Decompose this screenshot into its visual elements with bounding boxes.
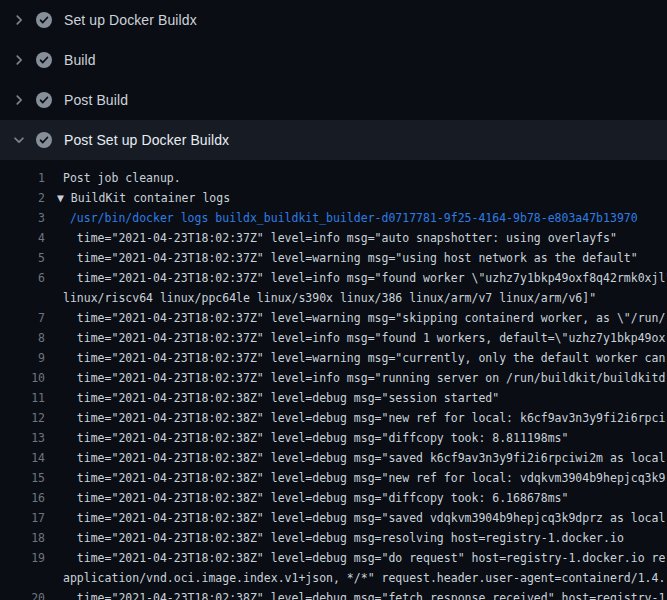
log-line-number[interactable]: 14 [0, 448, 45, 468]
log-line-number[interactable]: 16 [0, 488, 45, 508]
log-line-text: time="2021-04-23T18:02:38Z" level=debug … [63, 588, 665, 600]
log-line: 12 time="2021-04-23T18:02:38Z" level=deb… [0, 408, 667, 428]
log-line-number[interactable]: 8 [0, 328, 45, 348]
check-circle-icon [36, 92, 52, 108]
step-label: Set up Docker Buildx [64, 12, 197, 28]
step-row-build[interactable]: Build [0, 40, 667, 80]
step-label: Build [64, 52, 96, 68]
log-line-number[interactable]: 11 [0, 388, 45, 408]
log-line-number[interactable]: 10 [0, 368, 45, 388]
log-line-text: application/vnd.oci.image.index.v1+json,… [63, 568, 665, 588]
log-line: 16 time="2021-04-23T18:02:38Z" level=deb… [0, 488, 667, 508]
log-line: 19 time="2021-04-23T18:02:38Z" level=deb… [0, 548, 667, 568]
chevron-right-icon [12, 53, 26, 67]
log-line-number[interactable]: 2 [0, 188, 45, 208]
log-line: 20 time="2021-04-23T18:02:38Z" level=deb… [0, 588, 667, 600]
log-line: 15 time="2021-04-23T18:02:38Z" level=deb… [0, 468, 667, 488]
log-line-text: time="2021-04-23T18:02:37Z" level=info m… [63, 328, 665, 348]
log-line-number[interactable]: 9 [0, 348, 45, 368]
log-line: 13 time="2021-04-23T18:02:38Z" level=deb… [0, 428, 667, 448]
log-line-text: time="2021-04-23T18:02:38Z" level=debug … [63, 488, 568, 508]
log-line: 10 time="2021-04-23T18:02:37Z" level=inf… [0, 368, 667, 388]
chevron-right-icon [12, 93, 26, 107]
log-line: 18 time="2021-04-23T18:02:38Z" level=deb… [0, 528, 667, 548]
log-line: 9 time="2021-04-23T18:02:37Z" level=warn… [0, 348, 667, 368]
log-line: 7 time="2021-04-23T18:02:37Z" level=warn… [0, 308, 667, 328]
log-line-number[interactable]: 4 [0, 228, 45, 248]
log-line-number[interactable]: 12 [0, 408, 45, 428]
log-line-text: time="2021-04-23T18:02:38Z" level=debug … [63, 408, 665, 428]
log-line-text: time="2021-04-23T18:02:38Z" level=debug … [63, 548, 665, 568]
log-line-text: time="2021-04-23T18:02:38Z" level=debug … [63, 428, 568, 448]
log-line: 6 time="2021-04-23T18:02:37Z" level=info… [0, 268, 667, 288]
log-line: 17 time="2021-04-23T18:02:38Z" level=deb… [0, 508, 667, 528]
log-line-number[interactable]: 19 [0, 548, 45, 568]
log-line: application/vnd.oci.image.index.v1+json,… [0, 568, 667, 588]
log-line: 5 time="2021-04-23T18:02:37Z" level=warn… [0, 248, 667, 268]
log-viewer: 1Post job cleanup.2▼ BuildKit container … [0, 160, 667, 600]
log-line-text: Post job cleanup. [63, 168, 181, 188]
log-command-text: /usr/bin/docker logs buildx_buildkit_bui… [63, 208, 638, 228]
chevron-down-icon [12, 133, 26, 147]
check-circle-icon [36, 52, 52, 68]
log-line-text: time="2021-04-23T18:02:38Z" level=debug … [63, 528, 624, 548]
log-line-text: time="2021-04-23T18:02:37Z" level=info m… [63, 228, 617, 248]
log-line-number[interactable]: 13 [0, 428, 45, 448]
log-line: 11 time="2021-04-23T18:02:38Z" level=deb… [0, 388, 667, 408]
log-line: 3 /usr/bin/docker logs buildx_buildkit_b… [0, 208, 667, 228]
log-line-text: time="2021-04-23T18:02:38Z" level=debug … [63, 468, 665, 488]
log-line-number [0, 288, 45, 308]
log-line-number[interactable]: 3 [0, 208, 45, 228]
log-line-number[interactable]: 7 [0, 308, 45, 328]
log-line-text: time="2021-04-23T18:02:37Z" level=warnin… [63, 348, 665, 368]
log-line-number[interactable]: 20 [0, 588, 45, 600]
log-line-number[interactable]: 1 [0, 168, 45, 188]
log-line-text: time="2021-04-23T18:02:38Z" level=debug … [63, 388, 499, 408]
log-group-toggle[interactable]: ▼ BuildKit container logs [57, 188, 230, 208]
log-line-text: time="2021-04-23T18:02:38Z" level=debug … [63, 508, 665, 528]
log-line: linux/riscv64 linux/ppc64le linux/s390x … [0, 288, 667, 308]
log-line: 4 time="2021-04-23T18:02:37Z" level=info… [0, 228, 667, 248]
log-line: 14 time="2021-04-23T18:02:38Z" level=deb… [0, 448, 667, 468]
step-row-post-set-up-docker-buildx[interactable]: Post Set up Docker Buildx [0, 120, 667, 160]
log-line-text: time="2021-04-23T18:02:37Z" level=warnin… [63, 248, 638, 268]
step-row-post-build[interactable]: Post Build [0, 80, 667, 120]
log-line-number[interactable]: 15 [0, 468, 45, 488]
log-line: 2▼ BuildKit container logs [0, 188, 667, 208]
step-list: Set up Docker BuildxBuildPost BuildPost … [0, 0, 667, 160]
log-line-text: linux/riscv64 linux/ppc64le linux/s390x … [63, 288, 596, 308]
log-line-number[interactable]: 17 [0, 508, 45, 528]
log-line-text: time="2021-04-23T18:02:37Z" level=info m… [63, 368, 665, 388]
step-label: Post Set up Docker Buildx [64, 132, 229, 148]
log-line-number[interactable]: 6 [0, 268, 45, 288]
log-line-text: time="2021-04-23T18:02:37Z" level=info m… [63, 268, 667, 288]
step-row-set-up-docker-buildx[interactable]: Set up Docker Buildx [0, 0, 667, 40]
log-line-number [0, 568, 45, 588]
check-circle-icon [36, 12, 52, 28]
log-line-text: time="2021-04-23T18:02:37Z" level=warnin… [63, 308, 665, 328]
chevron-right-icon [12, 13, 26, 27]
log-line-number[interactable]: 5 [0, 248, 45, 268]
log-line: 1Post job cleanup. [0, 168, 667, 188]
log-line: 8 time="2021-04-23T18:02:37Z" level=info… [0, 328, 667, 348]
step-label: Post Build [64, 92, 128, 108]
log-line-number[interactable]: 18 [0, 528, 45, 548]
check-circle-icon [36, 132, 52, 148]
log-line-text: time="2021-04-23T18:02:38Z" level=debug … [63, 448, 665, 468]
